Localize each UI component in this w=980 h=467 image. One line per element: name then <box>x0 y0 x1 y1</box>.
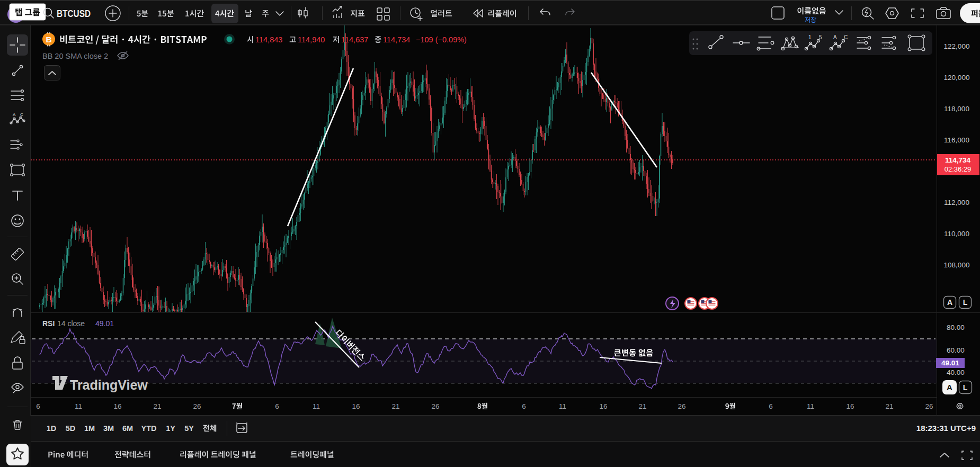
svg-text:A: A <box>13 112 16 117</box>
svg-text:49.01: 49.01 <box>941 359 959 367</box>
svg-text:C: C <box>844 34 848 40</box>
svg-text:5: 5 <box>819 34 822 40</box>
svg-text:21: 21 <box>638 402 646 410</box>
svg-text:114,734: 114,734 <box>945 156 971 164</box>
svg-text:11: 11 <box>807 402 814 410</box>
svg-text:114,940: 114,940 <box>298 35 325 44</box>
svg-text:122,000: 122,000 <box>944 42 970 50</box>
svg-text:49.01: 49.01 <box>95 319 114 328</box>
svg-text:108,000: 108,000 <box>944 261 970 269</box>
svg-text:16: 16 <box>846 402 854 410</box>
svg-text:11: 11 <box>75 402 82 410</box>
svg-text:1: 1 <box>808 34 812 40</box>
svg-text:114,734: 114,734 <box>383 35 410 44</box>
svg-text:6: 6 <box>275 402 279 410</box>
svg-text:21: 21 <box>391 402 399 410</box>
svg-text:YTD: YTD <box>141 424 157 433</box>
svg-text:114,843: 114,843 <box>255 35 282 44</box>
svg-text:112,000: 112,000 <box>944 199 969 206</box>
svg-text:16: 16 <box>599 402 607 410</box>
svg-text:16: 16 <box>352 402 360 410</box>
svg-text:5D: 5D <box>66 424 76 433</box>
svg-text:1M: 1M <box>84 424 95 433</box>
svg-text:RSI: RSI <box>42 319 55 328</box>
svg-text:26: 26 <box>193 402 201 410</box>
svg-text:21: 21 <box>885 402 893 410</box>
svg-text:110,000: 110,000 <box>944 230 969 238</box>
svg-text:5Y: 5Y <box>184 424 194 433</box>
svg-text:BB 20 SMA close 2: BB 20 SMA close 2 <box>42 52 108 60</box>
svg-text:26: 26 <box>431 402 439 410</box>
svg-text:1D: 1D <box>47 424 57 433</box>
svg-text:116,000: 116,000 <box>944 136 969 144</box>
svg-text:11: 11 <box>559 402 566 410</box>
svg-text:L: L <box>963 298 968 307</box>
svg-text:11: 11 <box>313 402 320 410</box>
svg-text:1Y: 1Y <box>166 424 175 433</box>
svg-text:02:36:29: 02:36:29 <box>945 165 972 173</box>
svg-text:6M: 6M <box>122 424 133 433</box>
svg-text:60.00: 60.00 <box>947 346 965 354</box>
svg-text:L: L <box>963 383 968 392</box>
svg-text:120,000: 120,000 <box>944 74 970 82</box>
svg-text:BTCUSD: BTCUSD <box>57 8 91 19</box>
svg-text:26: 26 <box>925 402 933 410</box>
svg-text:6: 6 <box>522 402 526 410</box>
svg-text:18:23:31 UTC+9: 18:23:31 UTC+9 <box>916 424 976 433</box>
svg-text:114,637: 114,637 <box>341 35 368 44</box>
svg-text:B: B <box>46 35 51 44</box>
svg-text:21: 21 <box>153 402 161 410</box>
svg-text:40.00: 40.00 <box>947 369 965 376</box>
svg-text:118,000: 118,000 <box>944 105 969 113</box>
svg-text:80.00: 80.00 <box>947 324 965 331</box>
svg-text:16: 16 <box>113 402 121 410</box>
svg-text:6: 6 <box>769 402 773 410</box>
svg-text:A: A <box>947 298 952 307</box>
svg-text:3M: 3M <box>103 424 114 433</box>
svg-text:−109 (−0.09%): −109 (−0.09%) <box>416 35 467 44</box>
svg-text:6: 6 <box>36 402 40 410</box>
svg-text:A: A <box>947 383 952 392</box>
svg-text:14 close: 14 close <box>57 319 85 328</box>
svg-text:A: A <box>833 34 837 40</box>
svg-text:TradingView: TradingView <box>70 378 148 392</box>
svg-text:26: 26 <box>678 402 685 410</box>
